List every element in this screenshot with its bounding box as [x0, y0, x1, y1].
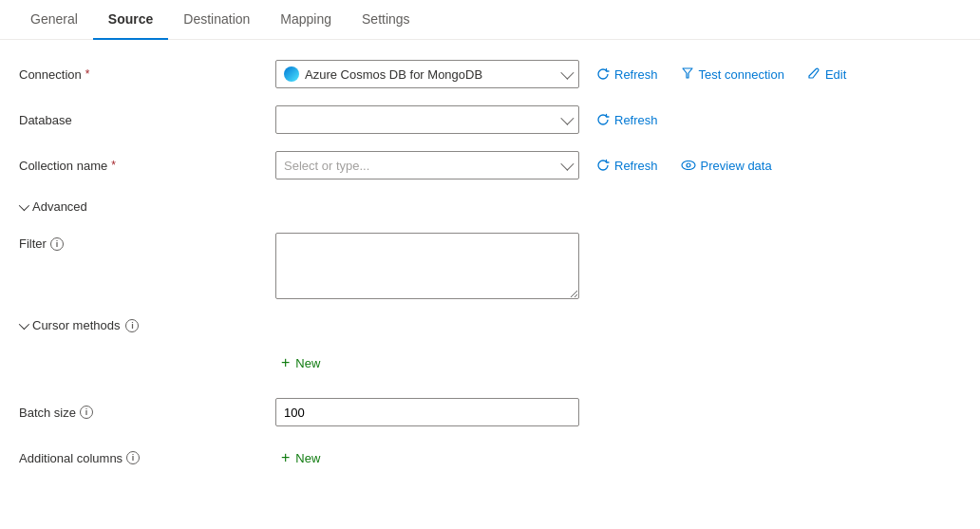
connection-refresh-label: Refresh: [614, 67, 658, 82]
test-connection-label: Test connection: [699, 67, 784, 82]
preview-data-button[interactable]: Preview data: [675, 155, 778, 177]
database-refresh-label: Refresh: [614, 113, 658, 127]
additional-columns-info-icon[interactable]: i: [126, 451, 140, 464]
tab-source[interactable]: Source: [93, 0, 168, 40]
connection-row: Connection * Azure Cosmos DB for MongoDB: [19, 59, 961, 89]
additional-columns-new-button[interactable]: + New: [275, 446, 326, 469]
collection-name-controls: Select or type... Refresh: [275, 151, 961, 179]
new-button-row: + New: [19, 348, 961, 378]
advanced-toggle[interactable]: Advanced: [19, 196, 961, 217]
batch-size-input[interactable]: [275, 398, 579, 426]
connection-required-star: *: [85, 67, 90, 81]
edit-label: Edit: [825, 67, 846, 82]
tab-general[interactable]: General: [15, 0, 93, 40]
additional-columns-row: Additional columns i + New: [19, 443, 961, 473]
test-connection-icon: [681, 66, 694, 83]
filter-row: Filter i: [19, 233, 961, 299]
collection-name-placeholder: Select or type...: [284, 159, 369, 173]
batch-size-controls: [275, 398, 961, 426]
edit-button[interactable]: Edit: [801, 63, 852, 86]
edit-icon: [807, 66, 820, 83]
new-button[interactable]: + New: [275, 351, 326, 374]
connection-controls: Azure Cosmos DB for MongoDB Refresh: [275, 60, 961, 88]
filter-textarea[interactable]: [275, 233, 579, 299]
database-chevron-icon: [560, 112, 574, 125]
advanced-label: Advanced: [32, 199, 87, 214]
additional-plus-icon: +: [281, 450, 290, 465]
tabs-container: General Source Destination Mapping Setti…: [0, 0, 980, 40]
tab-settings[interactable]: Settings: [347, 0, 425, 40]
cursor-methods-info-icon[interactable]: i: [125, 319, 139, 332]
cursor-methods-toggle[interactable]: Cursor methods: [19, 314, 120, 336]
collection-name-label: Collection name *: [19, 159, 275, 173]
preview-data-icon: [681, 159, 696, 173]
database-refresh-icon: [596, 113, 610, 126]
tab-destination[interactable]: Destination: [168, 0, 265, 40]
refresh-icon: [596, 67, 610, 81]
connection-value: Azure Cosmos DB for MongoDB: [305, 67, 482, 82]
tab-mapping[interactable]: Mapping: [265, 0, 347, 40]
batch-size-info-icon[interactable]: i: [80, 406, 93, 419]
filter-controls: [275, 233, 961, 299]
additional-columns-controls: + New: [275, 446, 961, 469]
collection-refresh-icon: [596, 159, 610, 172]
collection-refresh-label: Refresh: [614, 159, 658, 173]
cursor-methods-row: Cursor methods i: [19, 314, 961, 336]
advanced-chevron-icon: [19, 199, 29, 210]
filter-info-icon[interactable]: i: [50, 237, 64, 251]
connection-chevron-icon: [560, 66, 574, 80]
batch-size-row: Batch size i: [19, 397, 961, 427]
additional-columns-label: Additional columns i: [19, 451, 275, 465]
connection-label: Connection *: [19, 67, 275, 82]
additional-new-label: New: [295, 451, 320, 465]
filter-label: Filter i: [19, 233, 275, 251]
collection-name-row: Collection name * Select or type... Refr…: [19, 150, 961, 180]
collection-name-dropdown[interactable]: Select or type...: [275, 151, 579, 179]
svg-point-0: [682, 161, 695, 169]
database-dropdown[interactable]: [275, 105, 579, 134]
cosmos-logo-icon: [284, 66, 299, 82]
collection-name-chevron-icon: [560, 158, 574, 171]
test-connection-button[interactable]: Test connection: [675, 63, 790, 86]
preview-data-label: Preview data: [701, 159, 772, 173]
collection-refresh-button[interactable]: Refresh: [591, 155, 664, 177]
new-label: New: [295, 356, 320, 370]
database-refresh-button[interactable]: Refresh: [591, 109, 664, 131]
connection-refresh-button[interactable]: Refresh: [591, 64, 664, 85]
database-controls: Refresh: [275, 105, 961, 134]
connection-dropdown[interactable]: Azure Cosmos DB for MongoDB: [275, 60, 579, 88]
database-row: Database Refresh: [19, 104, 961, 135]
cursor-methods-chevron-icon: [19, 318, 29, 329]
batch-size-label: Batch size i: [19, 406, 275, 420]
collection-required-star: *: [111, 159, 116, 172]
cursor-methods-label: Cursor methods: [32, 318, 120, 332]
plus-icon: +: [281, 355, 290, 370]
svg-point-1: [687, 163, 690, 167]
database-label: Database: [19, 113, 275, 127]
content-area: Connection * Azure Cosmos DB for MongoDB: [0, 40, 980, 507]
